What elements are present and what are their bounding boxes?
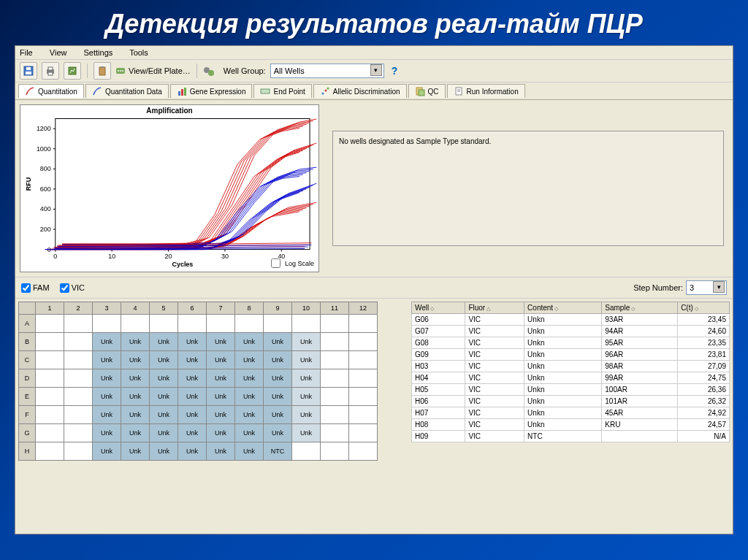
plate-well-empty[interactable] <box>64 333 93 351</box>
help-button[interactable]: ? <box>392 65 398 77</box>
plate-well[interactable]: Unk <box>207 369 235 388</box>
menu-view[interactable]: View <box>50 48 67 57</box>
plate-well[interactable]: Unk <box>264 424 292 442</box>
plate-well[interactable]: Unk <box>121 442 150 461</box>
plate-well[interactable]: Unk <box>150 369 178 388</box>
plate-well[interactable]: Unk <box>150 424 178 442</box>
table-row[interactable]: H04VICUnkn99AR24,75 <box>412 372 730 384</box>
th-fluor[interactable]: Fluor△ <box>465 302 524 314</box>
plate-well[interactable]: Unk <box>93 369 121 388</box>
plate-well[interactable]: Unk <box>93 406 121 424</box>
plate-well-empty[interactable] <box>321 351 349 369</box>
data-table[interactable]: Well◇Fluor△Content◇Sample◇C(t)◇G06VICUnk… <box>411 302 730 442</box>
plate-well-empty[interactable] <box>150 315 178 333</box>
plate-well-empty[interactable] <box>349 315 378 333</box>
plate-well[interactable]: Unk <box>207 424 235 442</box>
save-button[interactable] <box>20 62 37 80</box>
plate-well[interactable]: Unk <box>178 388 207 406</box>
plate-well[interactable]: Unk <box>235 406 264 424</box>
plate-well-empty[interactable] <box>321 369 349 388</box>
plate-well-empty[interactable] <box>36 369 64 388</box>
plate-well-empty[interactable] <box>64 442 93 461</box>
plate-well[interactable]: Unk <box>207 406 235 424</box>
menu-settings[interactable]: Settings <box>84 48 113 57</box>
table-row[interactable]: G09VICUnkn96AR23,81 <box>412 349 730 361</box>
plate-well[interactable]: Unk <box>207 351 235 369</box>
plate-well-empty[interactable] <box>93 315 121 333</box>
plate-well-empty[interactable] <box>235 315 264 333</box>
plate-well[interactable]: Unk <box>207 442 235 461</box>
plate-well-empty[interactable] <box>64 351 93 369</box>
plate-well[interactable]: Unk <box>292 333 321 351</box>
plate-well[interactable]: Unk <box>93 351 121 369</box>
plate-well[interactable]: Unk <box>178 424 207 442</box>
plate-grid[interactable]: 123456789101112ABUnkUnkUnkUnkUnkUnkUnkUn… <box>18 302 378 461</box>
step-number-select[interactable]: 3 <box>686 280 727 295</box>
plate-well[interactable]: Unk <box>235 388 264 406</box>
th-well[interactable]: Well◇ <box>412 302 465 314</box>
table-row[interactable]: H03VICUnkn98AR27,09 <box>412 361 730 372</box>
plate-well-empty[interactable] <box>36 333 64 351</box>
plate-well[interactable]: Unk <box>264 351 292 369</box>
plate-well-empty[interactable] <box>349 442 378 461</box>
plate-well[interactable]: Unk <box>178 369 207 388</box>
clipboard-button[interactable] <box>94 62 111 80</box>
plate-well-empty[interactable] <box>292 442 321 461</box>
amplification-chart[interactable]: Amplification 02004006008001000120001020… <box>20 104 319 272</box>
table-row[interactable]: H07VICUnkn45AR24,92 <box>412 407 730 419</box>
plate-well-empty[interactable] <box>36 388 64 406</box>
table-row[interactable]: G06VICUnkn93AR23,45 <box>412 314 730 326</box>
plate-well[interactable]: Unk <box>93 424 121 442</box>
plate-well-empty[interactable] <box>36 315 64 333</box>
plate-well[interactable]: Unk <box>207 333 235 351</box>
plate-well[interactable]: Unk <box>121 369 150 388</box>
plate-well-empty[interactable] <box>64 369 93 388</box>
plate-well-empty[interactable] <box>321 333 349 351</box>
tab-qc[interactable]: QC <box>408 84 446 98</box>
print-button[interactable] <box>42 62 59 80</box>
plate-well[interactable]: Unk <box>264 406 292 424</box>
plate-well[interactable]: Unk <box>292 388 321 406</box>
tab-quantitation[interactable]: Quantitation <box>18 84 84 98</box>
table-row[interactable]: H05VICUnkn100AR26,36 <box>412 384 730 396</box>
table-row[interactable]: H08VICUnknKRU24,57 <box>412 419 730 431</box>
plate-well[interactable]: Unk <box>235 369 264 388</box>
plate-well[interactable]: Unk <box>178 442 207 461</box>
report-button[interactable] <box>64 62 81 80</box>
view-edit-plate-button[interactable]: View/Edit Plate… <box>115 66 191 76</box>
th-cq[interactable]: C(t)◇ <box>678 302 730 314</box>
plate-well[interactable]: Unk <box>178 406 207 424</box>
plate-well[interactable]: Unk <box>93 442 121 461</box>
plate-well-empty[interactable] <box>36 406 64 424</box>
table-row[interactable]: H06VICUnkn101AR26,32 <box>412 396 730 407</box>
menu-file[interactable]: File <box>20 48 33 57</box>
plate-well-empty[interactable] <box>321 424 349 442</box>
table-row[interactable]: G08VICUnkn95AR23,35 <box>412 337 730 349</box>
tab-end-point[interactable]: End Point <box>253 84 311 98</box>
plate-well[interactable]: Unk <box>264 333 292 351</box>
th-content[interactable]: Content◇ <box>524 302 602 314</box>
tab-run-information[interactable]: Run Information <box>447 84 525 98</box>
plate-well-empty[interactable] <box>292 315 321 333</box>
plate-well[interactable]: Unk <box>235 424 264 442</box>
plate-well-empty[interactable] <box>321 406 349 424</box>
menu-tools[interactable]: Tools <box>129 48 148 57</box>
plate-well[interactable]: Unk <box>264 388 292 406</box>
plate-well-empty[interactable] <box>64 424 93 442</box>
table-row[interactable]: H09VICNTCN/A <box>412 431 730 442</box>
plate-well[interactable]: Unk <box>292 424 321 442</box>
plate-well-empty[interactable] <box>178 315 207 333</box>
tab-allelic-discrimination[interactable]: Allelic Discrimination <box>313 84 407 98</box>
plate-well-empty[interactable] <box>264 315 292 333</box>
plate-well[interactable]: Unk <box>121 424 150 442</box>
plate-well[interactable]: Unk <box>150 406 178 424</box>
log-scale-checkbox[interactable]: Log Scale <box>268 256 314 270</box>
plate-well-empty[interactable] <box>64 406 93 424</box>
plate-well[interactable]: Unk <box>235 351 264 369</box>
th-sample[interactable]: Sample◇ <box>602 302 678 314</box>
plate-well-empty[interactable] <box>349 406 378 424</box>
plate-well[interactable]: Unk <box>292 351 321 369</box>
plate-well[interactable]: Unk <box>178 351 207 369</box>
plate-well[interactable]: Unk <box>235 333 264 351</box>
plate-well[interactable]: Unk <box>178 333 207 351</box>
